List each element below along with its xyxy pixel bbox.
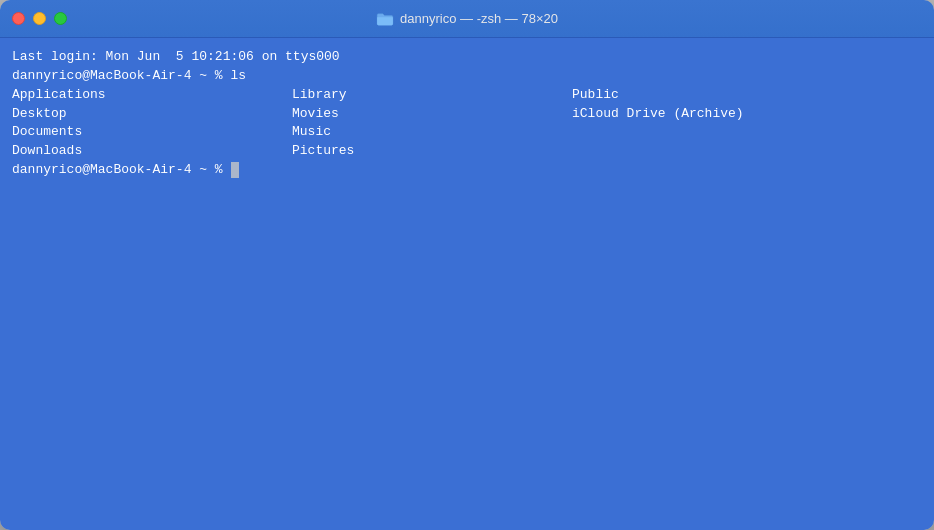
folder-icon (376, 12, 394, 26)
cursor (231, 162, 239, 178)
minimize-button[interactable] (33, 12, 46, 25)
titlebar: dannyrico — -zsh — 78×20 (0, 0, 934, 38)
terminal-window: dannyrico — -zsh — 78×20 Last login: Mon… (0, 0, 934, 530)
ls-desktop: Desktop (12, 105, 292, 124)
login-line: Last login: Mon Jun 5 10:21:06 on ttys00… (12, 48, 922, 67)
ls-downloads: Downloads (12, 142, 292, 161)
ls-empty-4 (572, 142, 922, 161)
ls-icloud: iCloud Drive (Archive) (572, 105, 922, 124)
title-text: dannyrico — -zsh — 78×20 (400, 11, 558, 26)
ls-documents: Documents (12, 123, 292, 142)
traffic-lights (12, 12, 67, 25)
maximize-button[interactable] (54, 12, 67, 25)
ls-applications: Applications (12, 86, 292, 105)
ls-output: Applications Library Public Desktop Movi… (12, 86, 922, 161)
ls-pictures: Pictures (292, 142, 572, 161)
terminal-body[interactable]: Last login: Mon Jun 5 10:21:06 on ttys00… (0, 38, 934, 530)
ls-movies: Movies (292, 105, 572, 124)
window-title: dannyrico — -zsh — 78×20 (376, 11, 558, 26)
ls-library: Library (292, 86, 572, 105)
prompt-line[interactable]: dannyrico@MacBook-Air-4 ~ % (12, 161, 922, 180)
command-ls-line: dannyrico@MacBook-Air-4 ~ % ls (12, 67, 922, 86)
close-button[interactable] (12, 12, 25, 25)
ls-public: Public (572, 86, 922, 105)
ls-empty-3 (572, 123, 922, 142)
ls-music: Music (292, 123, 572, 142)
prompt-text: dannyrico@MacBook-Air-4 ~ % (12, 161, 230, 180)
